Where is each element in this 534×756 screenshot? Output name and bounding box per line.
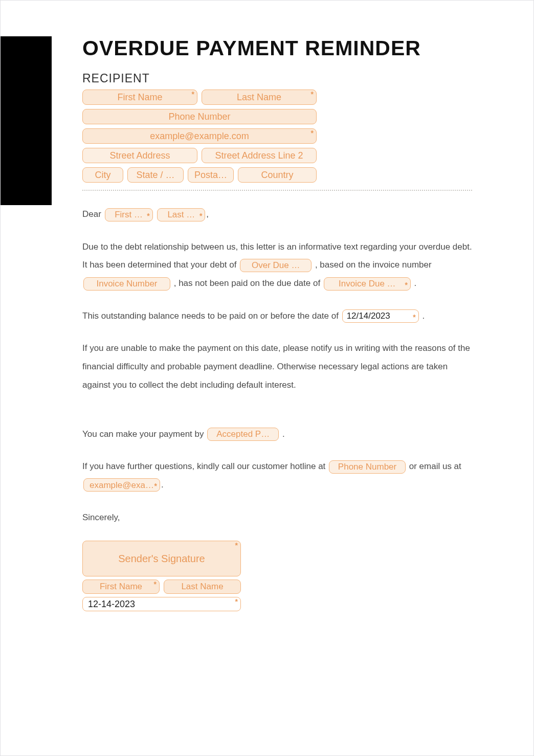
decorative-sidebar: [1, 36, 52, 205]
p1-text2: , based on the invoice number: [313, 260, 431, 270]
recipient-state-input[interactable]: State / …: [127, 167, 184, 183]
closing: Sincerely,: [82, 508, 472, 527]
signature-date-input[interactable]: 12-14-2023: [82, 597, 241, 611]
salutation-last-input[interactable]: Last …: [157, 208, 205, 221]
recipient-fields: First Name Last Name Phone Number exampl…: [82, 90, 317, 183]
salutation-dear: Dear: [82, 209, 101, 219]
payment-method-input[interactable]: Accepted P…: [207, 428, 279, 441]
contact-email-input[interactable]: example@exa…: [83, 478, 160, 492]
recipient-postal-input[interactable]: Posta…: [188, 167, 234, 183]
p2-text2: .: [420, 311, 425, 321]
p2-text1: This outstanding balance needs to be pai…: [82, 311, 341, 321]
p5-text3: .: [161, 480, 164, 490]
divider: [82, 190, 472, 191]
recipient-email-input[interactable]: example@example.com: [82, 128, 317, 144]
paragraph-4: You can make your payment by Accepted P……: [82, 425, 472, 443]
recipient-phone-input[interactable]: Phone Number: [82, 109, 317, 124]
payment-deadline-input[interactable]: 12/14/2023: [342, 309, 419, 323]
salutation-first-input[interactable]: First …: [105, 208, 153, 221]
p5-text2: or email us at: [407, 461, 461, 471]
paragraph-3: If you are unable to make the payment on…: [82, 339, 472, 394]
recipient-country-input[interactable]: Country: [238, 167, 317, 183]
page-title: OVERDUE PAYMENT REMINDER: [82, 36, 472, 60]
content-area: OVERDUE PAYMENT REMINDER RECIPIENT First…: [82, 36, 472, 611]
paragraph-5: If you have further questions, kindly ca…: [82, 457, 472, 494]
sender-first-name-input[interactable]: First Name: [82, 580, 160, 594]
invoice-number-input[interactable]: Invoice Number: [83, 277, 170, 291]
salutation-comma: ,: [206, 209, 209, 219]
paragraph-1: Due to the debt relationship between us,…: [82, 238, 472, 293]
paragraph-2: This outstanding balance needs to be pai…: [82, 307, 472, 325]
salutation-line: Dear First … Last …,: [82, 205, 472, 224]
signature-block: Sender's Signature First Name Last Name …: [82, 541, 241, 611]
p4-text2: .: [280, 429, 284, 439]
overdue-amount-input[interactable]: Over Due …: [240, 259, 312, 272]
sender-signature-input[interactable]: Sender's Signature: [82, 541, 241, 576]
sender-last-name-input[interactable]: Last Name: [164, 580, 241, 594]
p4-text1: You can make your payment by: [82, 429, 206, 439]
recipient-street2-input[interactable]: Street Address Line 2: [202, 148, 317, 163]
recipient-first-name-input[interactable]: First Name: [82, 90, 197, 105]
hotline-phone-input[interactable]: Phone Number: [329, 460, 406, 474]
document-page: OVERDUE PAYMENT REMINDER RECIPIENT First…: [0, 0, 534, 756]
p5-text1: If you have further questions, kindly ca…: [82, 461, 328, 471]
recipient-street1-input[interactable]: Street Address: [82, 148, 197, 163]
p1-text3: , has not been paid on the due date of: [171, 278, 323, 288]
invoice-due-date-input[interactable]: Invoice Due …: [324, 277, 411, 291]
recipient-last-name-input[interactable]: Last Name: [202, 90, 317, 105]
recipient-heading: RECIPIENT: [82, 72, 472, 85]
recipient-city-input[interactable]: City: [82, 167, 123, 183]
p1-text4: .: [412, 278, 416, 288]
